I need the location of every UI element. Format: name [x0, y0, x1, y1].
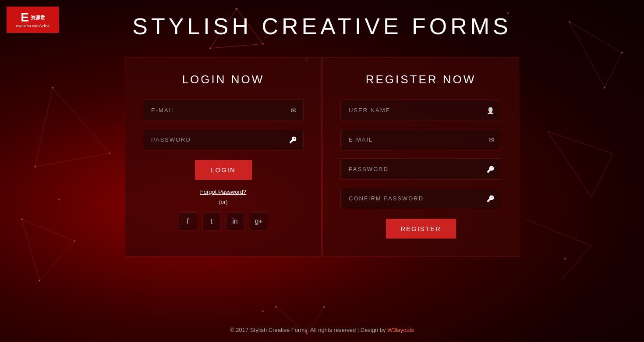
login-panel: LOGIN NOW LOGIN Forgot Password? (or) f … [125, 57, 322, 256]
email-input[interactable] [143, 100, 304, 121]
facebook-icon[interactable]: f [179, 212, 197, 231]
googleplus-icon[interactable]: g+ [250, 212, 268, 231]
register-button[interactable]: REGISTER [386, 219, 456, 239]
reg-email-icon [488, 136, 494, 144]
page-title: STYLISH CREATIVE FORMS [132, 13, 512, 39]
googleplus-letter: g+ [255, 217, 262, 225]
logo-letter: E 资源君 [21, 11, 45, 24]
register-panel: REGISTER NOW REGISTER [322, 57, 519, 256]
email-input-group [143, 100, 304, 121]
twitter-icon[interactable]: t [202, 212, 221, 231]
logo-chinese: 资源君 [31, 15, 45, 20]
reg-email-input-group [340, 129, 501, 150]
forgot-password-link[interactable]: Forgot Password? [143, 189, 304, 195]
login-title: LOGIN NOW [143, 73, 304, 86]
linkedin-icon[interactable]: in [226, 212, 244, 231]
user-icon [487, 107, 494, 114]
reg-email-input[interactable] [340, 129, 501, 150]
key-icon [289, 136, 297, 144]
twitter-letter: t [210, 217, 212, 225]
footer-text: © 2017 Stylish Creative Forms. All right… [230, 327, 387, 333]
username-input[interactable] [340, 100, 501, 121]
reg-password-input[interactable] [340, 158, 501, 180]
footer-link[interactable]: W3layouts [387, 327, 414, 333]
login-button[interactable]: LOGIN [195, 160, 252, 180]
reg-key-icon [487, 165, 494, 173]
username-input-group [340, 100, 501, 121]
social-icons: f t in g+ [143, 212, 304, 231]
password-input[interactable] [143, 129, 304, 150]
confirm-key-icon [487, 195, 494, 203]
register-title: REGISTER NOW [340, 73, 501, 86]
reg-password-input-group [340, 158, 501, 180]
or-text: (or) [143, 199, 304, 205]
confirm-password-input[interactable] [340, 188, 501, 209]
email-icon [291, 107, 297, 114]
password-input-group [143, 129, 304, 150]
facebook-letter: f [187, 217, 188, 225]
forms-container: LOGIN NOW LOGIN Forgot Password? (or) f … [125, 57, 519, 256]
linkedin-letter: in [232, 217, 237, 225]
footer: © 2017 Stylish Creative Forms. All right… [0, 327, 644, 333]
confirm-password-input-group [340, 188, 501, 209]
logo: E 资源君 eyunzhu.com/vdisk [7, 7, 59, 33]
logo-url: eyunzhu.com/vdisk [16, 24, 50, 28]
